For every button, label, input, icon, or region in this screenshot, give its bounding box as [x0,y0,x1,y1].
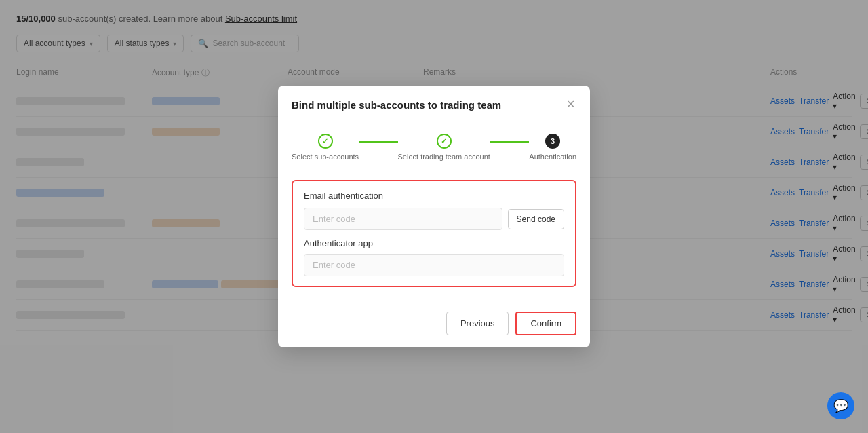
modal-title: Bind multiple sub-accounts to trading te… [292,99,501,111]
previous-button[interactable]: Previous [446,312,509,335]
step-2: ✓ Select trading team account [398,134,490,161]
step-1: ✓ Select sub-accounts [292,134,359,161]
step-connector-1 [359,141,397,143]
step-3-label: Authentication [529,153,576,161]
step-1-label: Select sub-accounts [292,153,359,161]
auth-section: Email authentication Send code Authentic… [292,180,576,287]
step-1-circle: ✓ [318,134,333,149]
modal-body: Email authentication Send code Authentic… [278,170,590,302]
send-code-button[interactable]: Send code [508,209,564,229]
email-code-row: Send code [304,208,564,230]
step-3-circle: 3 [545,134,560,149]
confirm-button[interactable]: Confirm [515,312,576,335]
step-2-label: Select trading team account [398,153,490,161]
step-connector-2 [490,141,529,143]
chat-fab-button[interactable]: 💬 [827,392,854,419]
email-code-input[interactable] [304,208,502,230]
email-auth-label: Email authentication [304,191,564,201]
stepper: ✓ Select sub-accounts ✓ Select trading t… [278,121,590,170]
modal-header: Bind multiple sub-accounts to trading te… [278,86,590,121]
step-2-circle: ✓ [437,134,452,149]
step-3: 3 Authentication [529,134,576,161]
auth-app-label: Authenticator app [304,238,564,248]
close-icon[interactable]: ✕ [565,98,576,111]
modal-overlay: Bind multiple sub-accounts to trading te… [0,0,868,433]
chat-icon: 💬 [833,398,848,413]
modal-footer: Previous Confirm [278,302,590,347]
auth-app-input[interactable] [304,254,564,276]
modal-dialog: Bind multiple sub-accounts to trading te… [278,86,590,347]
